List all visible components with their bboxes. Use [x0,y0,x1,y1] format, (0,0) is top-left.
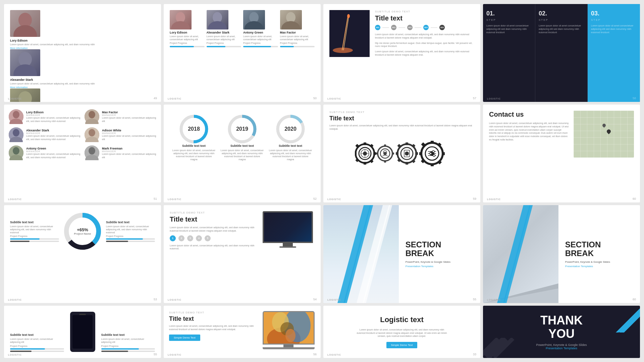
team-desc-1: Lorem ipsum dolor sit amet, consectetuer… [26,116,80,122]
circle-text-2019: Lorem ipsum dolor sit amet, consectetuer… [220,149,264,161]
team-name-1: Lory Edison [26,111,80,114]
profiles-4-row: Lory Edison Lorem ipsum dolor sit amet, … [170,10,315,47]
step-1: 1 [170,235,176,241]
svg-rect-86 [431,141,434,144]
svg-rect-75 [412,144,415,147]
contact-content: Contact us Lorem ipsum dolor sit amet, c… [489,111,570,196]
section-link-12[interactable]: Presentation Templates [565,265,633,268]
section-link-11[interactable]: Presentation Templates [406,265,474,268]
progress-bar-right [106,238,155,240]
contact-title: Contact us [489,111,570,118]
slide-3-title: Title text [375,14,474,22]
slide-14-text: Lorem ipsum dolor sit amet, consectetuer… [169,324,258,331]
svg-rect-89 [419,152,422,155]
progress-bar-left-2 [10,241,59,242]
slide-2: Lory Edison Lorem ipsum dolor sit amet, … [164,4,321,102]
profile-link-1[interactable]: More information [10,47,28,49]
stat-right-title: Subtitle text text [106,221,155,224]
stat-left: Subtitle text text Lorem ipsum dolor sit… [10,221,59,242]
thankyou-subtitle: PowerPoint, Keynote & Google Slides [536,343,587,347]
svg-rect-87 [431,163,434,166]
slide-14-button[interactable]: Simple Demo Text [169,335,200,341]
profile-card-3: Antony Green Lorem ipsum dolor sit amet,… [10,88,155,102]
monitor [261,211,315,251]
step-item-1: 01. STEP Lorem ipsum dolor sit amet cons… [483,4,535,102]
section-title-12: SECTION BREAK [565,240,633,258]
laptop-base [263,347,315,349]
slide-3-image [329,10,370,57]
profile-card-1: Lory Edison Lorem ipsum dolor sit amet, … [10,10,155,49]
section-subtitle-11: PowerPoint, Keynote & Google Slides [406,260,474,263]
svg-rect-55 [370,159,373,163]
slide-8: Contact us Lorem ipsum dolor sit amet, c… [483,105,640,202]
svg-rect-54 [355,158,359,162]
svg-point-11 [245,21,263,29]
slide-10-left: SUBTITLE DEMO TEXT Title text Lorem ipsu… [170,211,257,250]
svg-point-15 [333,48,353,53]
slide-1: Lory Edison Lorem ipsum dolor sit amet, … [4,4,161,102]
team-row-2: Alexander Stark MANAGER Lorem ipsum dolo… [9,127,80,142]
profile-name-2-4: Max Factor [280,31,296,34]
slide-14-subtitle: SUBTITLE DEMO TEXT [169,311,258,314]
team-desc-4: Lorem ipsum dolor sit amet, consectetuer… [102,116,156,122]
thankyou-title: THANK YOU [536,314,587,340]
slide-7-text: Lorem ipsum dolor sit amet, consectetuer… [329,124,474,131]
logistic-btn[interactable]: Simple Demo Text [386,342,418,348]
slide-grid: Lory Edison Lorem ipsum dolor sit amet, … [0,0,644,362]
section-break-image-12 [483,205,558,303]
team-photo-3 [9,145,23,160]
brand-label-1: LOGISTIC [8,98,22,100]
svg-point-95 [432,150,434,153]
pb-13-1 [10,348,64,350]
svg-point-9 [208,21,227,29]
slide-7: SUBTITLE DEMO TEXT Title text Lorem ipsu… [323,105,480,202]
profile-text-2-3: Lorem ipsum dolor sit amet, consectetuer… [243,35,278,41]
svg-rect-71 [406,142,408,145]
team-info-3: Antony Green MANAGER Lorem ipsum dolor s… [26,147,80,159]
profiles-row: Lory Edison Lorem ipsum dolor sit amet, … [10,10,155,102]
svg-rect-53 [370,144,373,147]
profile-photo-2 [10,49,40,76]
slide-11: SECTION BREAK PowerPoint, Keynote & Goog… [323,205,480,303]
step-text-2: Lorem ipsum dolor sit amet consectetuer … [539,24,584,34]
svg-point-18 [347,14,350,18]
thankyou-link[interactable]: Presentation Templates [536,347,587,350]
team-info-2: Alexander Stark MANAGER Lorem ipsum dolo… [26,129,80,140]
section-title-11: SECTION BREAK [406,240,474,258]
svg-rect-50 [364,162,366,165]
slide-3-text3: Lorem ipsum dolor sit amet, consectetuer… [375,50,474,57]
stat-title-13-right: Subtitle text text [101,333,155,337]
team-row-5: Adison White MANAGER Lorem ipsum dolor s… [85,127,156,142]
team-photo-2 [9,127,23,142]
profile-name-2: Alexander Stark [10,78,33,81]
svg-point-13 [281,21,300,29]
bottom-left-stripes [483,338,517,358]
progress-label-right: Project Progress [106,235,155,237]
svg-rect-74 [396,152,398,155]
circle-item-2019: 2019 Subtitle text text Lorem ipsum dolo… [220,114,264,161]
team-role-6: MANAGER [102,150,156,153]
step-3: 3 [187,235,193,241]
profile-photo-sm-2 [207,10,228,29]
progress-label-left: Project Progress [10,235,59,237]
profile-name-2-3: Antony Green [243,31,263,34]
profile-link-2[interactable]: More information [10,86,28,88]
step-item-3: 03. STEP Lorem ipsum dolor sit amet cons… [588,4,640,102]
step-5: 5 [205,235,211,241]
progress-label-2-3: Project Progress [243,42,261,44]
mobile-screen [72,315,93,349]
step-4: 4 [196,235,202,241]
svg-point-108 [285,329,296,342]
team-info-1: Lory Edison MANAGER Lorem ipsum dolor si… [26,111,80,122]
thankyou-content: THANK YOU PowerPoint, Keynote & Google S… [536,314,587,350]
profile-card-2-3: Antony Green Lorem ipsum dolor sit amet,… [243,10,278,47]
svg-point-20 [13,111,19,118]
circle-subtitle-2019: Subtitle text text [230,144,254,147]
progress-bar-2-2 [207,46,241,47]
svg-point-4 [18,91,32,102]
team-role-1: MANAGER [26,114,80,116]
team-desc-3: Lorem ipsum dolor sit amet, consectetuer… [26,153,80,159]
profile-text-1: Lorem ipsum dolor sit amet, consectetuer… [10,43,95,46]
brand-label-15: LOGISTIC [327,354,341,356]
svg-text:2020: 2020 [284,126,297,132]
